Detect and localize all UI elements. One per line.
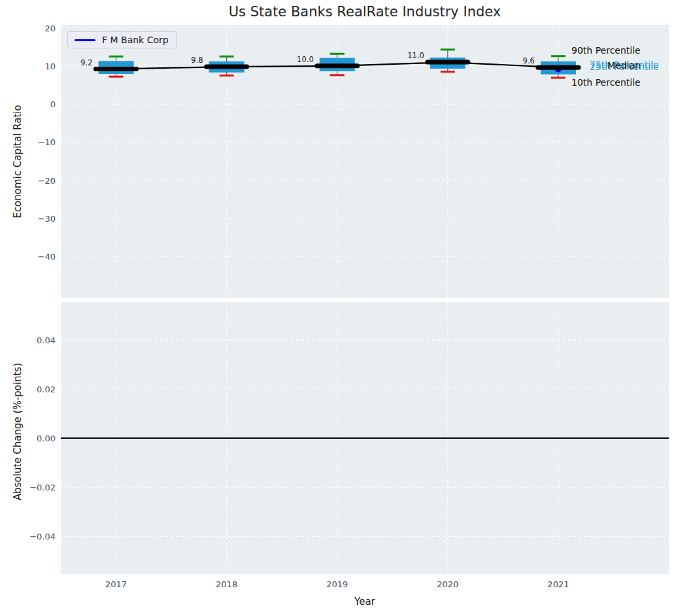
legend-label: F M Bank Corp xyxy=(102,35,169,45)
x-tick-label: 2018 xyxy=(216,579,237,589)
median-value-label: 9.8 xyxy=(191,56,203,65)
x-tick-label: 2019 xyxy=(326,579,348,589)
median-value-label: 11.0 xyxy=(407,51,424,60)
figure: Us State Banks RealRate Industry Index E… xyxy=(0,0,676,616)
y-axis-label-top: Economic Capital Ratio xyxy=(12,105,24,218)
y-tick-label: 0.04 xyxy=(37,335,56,345)
legend-line-swatch xyxy=(75,39,95,41)
median-value-label: 9.2 xyxy=(80,58,92,67)
y-tick-label: 0 xyxy=(50,99,56,109)
top-plot-canvas: 9.29.810.011.09.6 xyxy=(61,25,669,298)
annotation-90th-percentile: 90th Percentile xyxy=(571,45,641,56)
median-value-label: 9.6 xyxy=(523,56,535,65)
y-tick-label: 10 xyxy=(44,61,56,71)
y-tick-label: 0.00 xyxy=(37,434,56,443)
x-axis-label: Year xyxy=(354,596,375,607)
chart-title: Us State Banks RealRate Industry Index xyxy=(229,4,501,20)
y-tick-label: 0.02 xyxy=(37,384,56,394)
x-tick-label: 2021 xyxy=(547,579,569,589)
bottom-plot-area xyxy=(61,302,669,574)
x-tick-label: 2020 xyxy=(437,579,458,589)
y-tick-label: −0.04 xyxy=(29,532,56,541)
y-tick-label: −10 xyxy=(38,137,56,147)
y-tick-label: −20 xyxy=(38,175,56,185)
y-axis-label-bottom: Absolute Change (%-points) xyxy=(12,363,24,500)
annotation-median: Median xyxy=(607,60,641,71)
top-plot-area: 9.29.810.011.09.6 xyxy=(61,25,669,298)
y-tick-label: 20 xyxy=(44,23,56,33)
y-tick-label: −30 xyxy=(38,213,56,223)
bottom-plot-canvas xyxy=(61,302,669,574)
y-tick-label: −0.02 xyxy=(29,483,56,492)
x-tick-label: 2017 xyxy=(105,579,127,589)
annotation-10th-percentile: 10th Percentile xyxy=(571,77,641,88)
y-tick-label: −40 xyxy=(38,251,56,261)
median-value-label: 10.0 xyxy=(297,55,314,64)
legend: F M Bank Corp xyxy=(67,31,177,48)
